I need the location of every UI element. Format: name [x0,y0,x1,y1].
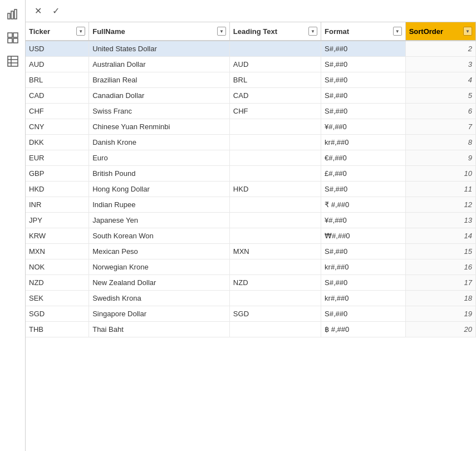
check-button[interactable]: ✓ [48,3,63,19]
cell-leading[interactable]: NZD [229,275,321,291]
close-button[interactable]: ✕ [30,3,46,19]
cell-sortorder[interactable]: 9 [405,150,475,166]
cell-ticker[interactable]: HKD [26,182,89,197]
cell-fullname[interactable]: Japanese Yen [89,213,230,228]
cell-leading[interactable] [229,197,321,213]
cell-fullname[interactable]: Norwegian Krone [89,259,230,275]
cell-format[interactable]: ¥#,##0 [321,119,406,135]
filter-ticker-button[interactable]: ▼ [76,27,85,36]
cell-leading[interactable] [229,322,321,337]
col-header-leading[interactable]: Leading Text ▼ [229,22,321,41]
cell-format[interactable]: ₩#,##0 [321,228,406,244]
cell-format[interactable]: S#,##0 [321,72,406,88]
cell-ticker[interactable]: CNY [26,119,89,135]
cell-leading[interactable]: CHF [229,104,321,119]
cell-format[interactable]: S#,##0 [321,41,406,57]
cell-format[interactable]: kr#,##0 [321,291,406,306]
cell-ticker[interactable]: NZD [26,275,89,291]
cell-ticker[interactable]: SGD [26,306,89,322]
cell-format[interactable]: kr#,##0 [321,135,406,150]
cell-leading[interactable]: CAD [229,88,321,104]
cell-ticker[interactable]: DKK [26,135,89,150]
cell-sortorder[interactable]: 17 [405,275,475,291]
cell-fullname[interactable]: Thai Baht [89,322,230,337]
cell-format[interactable]: ¥#,##0 [321,213,406,228]
cell-leading[interactable]: SGD [229,306,321,322]
cell-sortorder[interactable]: 11 [405,182,475,197]
cell-format[interactable]: S#,##0 [321,244,406,259]
cell-leading[interactable]: HKD [229,182,321,197]
cell-ticker[interactable]: USD [26,41,89,57]
cell-leading[interactable] [229,259,321,275]
col-header-sortorder[interactable]: SortOrder ▼ [405,22,475,41]
cell-sortorder[interactable]: 12 [405,197,475,213]
filter-sortorder-button[interactable]: ▼ [463,27,472,36]
cell-format[interactable]: €#,##0 [321,150,406,166]
grid-icon[interactable] [3,28,23,48]
cell-sortorder[interactable]: 15 [405,244,475,259]
cell-fullname[interactable]: Swiss Franc [89,104,230,119]
cell-format[interactable]: ฿ #,##0 [321,322,406,337]
cell-sortorder[interactable]: 10 [405,166,475,182]
cell-fullname[interactable]: Danish Krone [89,135,230,150]
table-icon[interactable] [3,51,23,71]
cell-fullname[interactable]: Swedish Krona [89,291,230,306]
cell-leading[interactable] [229,150,321,166]
cell-fullname[interactable]: Hong Kong Dollar [89,182,230,197]
cell-fullname[interactable]: United States Dollar [89,41,230,57]
bar-chart-icon[interactable] [3,4,23,24]
cell-sortorder[interactable]: 16 [405,259,475,275]
cell-format[interactable]: S#,##0 [321,104,406,119]
cell-sortorder[interactable]: 7 [405,119,475,135]
cell-format[interactable]: S#,##0 [321,306,406,322]
cell-leading[interactable] [229,228,321,244]
cell-leading[interactable] [229,119,321,135]
cell-format[interactable]: S#,##0 [321,182,406,197]
cell-ticker[interactable]: GBP [26,166,89,182]
cell-format[interactable]: kr#,##0 [321,259,406,275]
cell-ticker[interactable]: JPY [26,213,89,228]
cell-fullname[interactable]: New Zealand Dollar [89,275,230,291]
cell-sortorder[interactable]: 3 [405,57,475,72]
col-header-fullname[interactable]: FullName ▼ [89,22,230,41]
cell-sortorder[interactable]: 14 [405,228,475,244]
cell-sortorder[interactable]: 6 [405,104,475,119]
cell-fullname[interactable]: Brazilian Real [89,72,230,88]
cell-format[interactable]: £#,##0 [321,166,406,182]
cell-fullname[interactable]: Canadian Dollar [89,88,230,104]
cell-ticker[interactable]: MXN [26,244,89,259]
cell-sortorder[interactable]: 4 [405,72,475,88]
cell-sortorder[interactable]: 5 [405,88,475,104]
cell-sortorder[interactable]: 13 [405,213,475,228]
cell-leading[interactable]: MXN [229,244,321,259]
cell-sortorder[interactable]: 18 [405,291,475,306]
data-table-container[interactable]: Ticker ▼ FullName ▼ Leading Text ▼ [26,22,476,451]
cell-leading[interactable] [229,135,321,150]
cell-fullname[interactable]: South Korean Won [89,228,230,244]
cell-fullname[interactable]: Chinese Yuan Renminbi [89,119,230,135]
cell-ticker[interactable]: CAD [26,88,89,104]
cell-ticker[interactable]: KRW [26,228,89,244]
cell-sortorder[interactable]: 8 [405,135,475,150]
cell-leading[interactable]: AUD [229,57,321,72]
cell-ticker[interactable]: SEK [26,291,89,306]
cell-fullname[interactable]: Euro [89,150,230,166]
cell-leading[interactable] [229,291,321,306]
col-header-format[interactable]: Format ▼ [321,22,406,41]
cell-ticker[interactable]: AUD [26,57,89,72]
cell-fullname[interactable]: Singapore Dollar [89,306,230,322]
cell-fullname[interactable]: Mexican Peso [89,244,230,259]
cell-ticker[interactable]: BRL [26,72,89,88]
cell-ticker[interactable]: THB [26,322,89,337]
cell-sortorder[interactable]: 20 [405,322,475,337]
col-header-ticker[interactable]: Ticker ▼ [26,22,89,41]
cell-fullname[interactable]: Indian Rupee [89,197,230,213]
cell-fullname[interactable]: British Pound [89,166,230,182]
cell-format[interactable]: ₹ #,##0 [321,197,406,213]
cell-leading[interactable] [229,166,321,182]
cell-fullname[interactable]: Australian Dollar [89,57,230,72]
cell-ticker[interactable]: EUR [26,150,89,166]
cell-leading[interactable] [229,41,321,57]
cell-sortorder[interactable]: 2 [405,41,475,57]
cell-leading[interactable]: BRL [229,72,321,88]
